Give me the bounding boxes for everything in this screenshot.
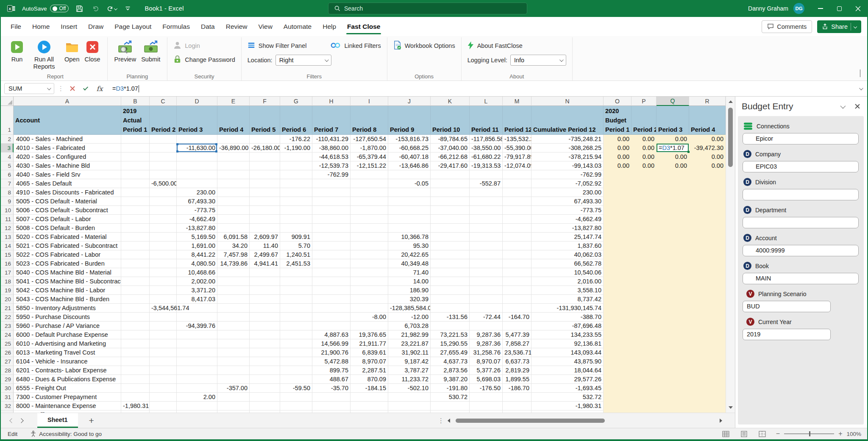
cell-A20[interactable]: 5043 - COS Machine Bld - Burden bbox=[14, 295, 121, 304]
cell-C7[interactable]: -6,500.00 bbox=[150, 179, 177, 188]
name-box[interactable]: SUM bbox=[4, 83, 54, 94]
cell-J24[interactable]: 21,982.99 bbox=[388, 330, 431, 339]
cell-L24[interactable]: 9,287.36 bbox=[470, 330, 503, 339]
cell-B1[interactable]: 2019ActualPeriod 1 bbox=[121, 106, 150, 135]
cell-I3[interactable]: -1,870.00 bbox=[351, 144, 388, 153]
column-header-l[interactable]: L bbox=[470, 97, 503, 106]
cell-R30[interactable] bbox=[689, 384, 726, 393]
cell-L8[interactable] bbox=[470, 188, 503, 197]
dropdown-value-box[interactable]: Right bbox=[275, 55, 331, 66]
cell-L21[interactable] bbox=[470, 304, 503, 313]
cell-I24[interactable]: 19,376.65 bbox=[351, 330, 388, 339]
cell-D30[interactable] bbox=[177, 384, 217, 393]
cell-P21[interactable] bbox=[632, 304, 657, 313]
ribbon-button-open[interactable]: Open bbox=[62, 38, 82, 64]
cell-P7[interactable] bbox=[632, 179, 657, 188]
cell-I6[interactable] bbox=[351, 170, 388, 179]
cell-B2[interactable] bbox=[121, 135, 150, 144]
cell-O9[interactable] bbox=[604, 197, 632, 206]
cell-F3[interactable]: -26,180.00 bbox=[250, 144, 280, 153]
cell-H14[interactable] bbox=[312, 241, 351, 250]
cell-O7[interactable] bbox=[604, 179, 632, 188]
cell-N1[interactable]: Cumulative Period 12 bbox=[531, 106, 604, 135]
cell-B15[interactable] bbox=[121, 250, 150, 259]
vertical-scrollbar-thumb[interactable] bbox=[728, 108, 733, 167]
row-header-32[interactable]: 32 bbox=[1, 402, 14, 410]
cell-G27[interactable] bbox=[280, 357, 312, 366]
cell-D29[interactable] bbox=[177, 375, 217, 384]
cell-F9[interactable] bbox=[250, 197, 280, 206]
cell-L9[interactable] bbox=[470, 197, 503, 206]
cell-D8[interactable]: 230.00 bbox=[177, 188, 217, 197]
menu-tab-help[interactable]: Help bbox=[317, 17, 342, 36]
cell-K8[interactable] bbox=[431, 188, 470, 197]
zoom-slider-thumb[interactable] bbox=[809, 431, 810, 436]
cell-O15[interactable] bbox=[604, 250, 632, 259]
cell-P19[interactable] bbox=[632, 286, 657, 295]
cell-C13[interactable] bbox=[150, 233, 177, 241]
cell-C4[interactable] bbox=[150, 153, 177, 161]
cell-F8[interactable] bbox=[250, 188, 280, 197]
cell-H23[interactable] bbox=[312, 322, 351, 330]
current-year-input[interactable]: 2019 bbox=[743, 329, 831, 340]
cell-G19[interactable] bbox=[280, 286, 312, 295]
cell-B18[interactable] bbox=[121, 277, 150, 286]
cell-Q2[interactable]: 0.00 bbox=[657, 135, 689, 144]
cell-H24[interactable]: 4,887.63 bbox=[312, 330, 351, 339]
menu-tab-draw[interactable]: Draw bbox=[83, 17, 109, 36]
cell-B3[interactable] bbox=[121, 144, 150, 153]
cell-L16[interactable] bbox=[470, 259, 503, 268]
menu-tab-page-layout[interactable]: Page Layout bbox=[109, 17, 157, 36]
cell-F20[interactable] bbox=[250, 295, 280, 304]
cell-K21[interactable] bbox=[431, 304, 470, 313]
cell-A2[interactable]: 4000 - Sales - Machined bbox=[14, 135, 121, 144]
ribbon-button-run-all-reports[interactable]: Run All Reports bbox=[26, 38, 62, 71]
cell-I8[interactable] bbox=[351, 188, 388, 197]
cell-E1[interactable]: Period 4 bbox=[217, 106, 250, 135]
insert-function-button[interactable]: fx bbox=[95, 83, 105, 94]
normal-view-button[interactable] bbox=[722, 431, 729, 437]
cell-R13[interactable] bbox=[689, 233, 726, 241]
cell-M2[interactable]: -135,532.20 bbox=[503, 135, 531, 144]
cell-E29[interactable] bbox=[217, 375, 250, 384]
cell-L7[interactable]: -552.87 bbox=[470, 179, 503, 188]
cell-H11[interactable] bbox=[312, 215, 351, 224]
cell-M5[interactable]: -12,074.09 bbox=[503, 161, 531, 170]
cell-B9[interactable] bbox=[121, 197, 150, 206]
cell-I4[interactable]: -65,379.44 bbox=[351, 153, 388, 161]
cell-A7[interactable]: 4065 - Sales Default bbox=[14, 179, 121, 188]
cell-E26[interactable] bbox=[217, 348, 250, 357]
cell-F17[interactable] bbox=[250, 268, 280, 277]
row-header-1[interactable]: 1 bbox=[1, 106, 14, 135]
cell-E9[interactable] bbox=[217, 197, 250, 206]
cell-C16[interactable] bbox=[150, 259, 177, 268]
cell-F18[interactable] bbox=[250, 277, 280, 286]
cell-C19[interactable] bbox=[150, 286, 177, 295]
cell-N27[interactable]: 43,875.90 bbox=[531, 357, 604, 366]
cell-M23[interactable] bbox=[503, 322, 531, 330]
row-header-20[interactable]: 20 bbox=[1, 295, 14, 304]
cell-Q24[interactable] bbox=[657, 330, 689, 339]
cell-D7[interactable] bbox=[177, 179, 217, 188]
cell-D15[interactable]: 8,441.22 bbox=[177, 250, 217, 259]
cell-A28[interactable]: 6201 - Contracts- Labor Expense bbox=[14, 366, 121, 375]
column-header-m[interactable]: M bbox=[503, 97, 531, 106]
cell-O22[interactable] bbox=[604, 313, 632, 322]
cell-N26[interactable]: 143,093.44 bbox=[531, 348, 604, 357]
column-header-n[interactable]: N bbox=[531, 97, 604, 106]
cell-K7[interactable] bbox=[431, 179, 470, 188]
cell-F26[interactable] bbox=[250, 348, 280, 357]
cell-G8[interactable] bbox=[280, 188, 312, 197]
cell-D12[interactable]: -13,827.80 bbox=[177, 224, 217, 233]
department-input[interactable] bbox=[743, 217, 859, 228]
cell-F23[interactable] bbox=[250, 322, 280, 330]
cell-K31[interactable]: 530.72 bbox=[431, 393, 470, 402]
sheet-tab-sheet1[interactable]: Sheet1 bbox=[37, 413, 78, 428]
cell-E28[interactable] bbox=[217, 366, 250, 375]
connections-input[interactable]: Epicor bbox=[743, 133, 859, 144]
cell-P24[interactable] bbox=[632, 330, 657, 339]
cell-L14[interactable] bbox=[470, 241, 503, 250]
cell-B13[interactable] bbox=[121, 233, 150, 241]
cell-J8[interactable] bbox=[388, 188, 431, 197]
ribbon-button-submit[interactable]: Submit bbox=[139, 38, 163, 64]
